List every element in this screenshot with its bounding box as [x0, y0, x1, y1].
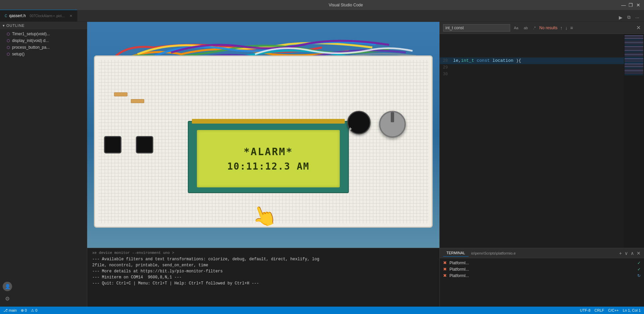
minimap-line-14	[625, 53, 643, 54]
outline-item-label-1: Timer1_setup(void)...	[12, 32, 50, 36]
avatar[interactable]: 👤	[3, 282, 12, 291]
minimap-line-3	[625, 38, 643, 39]
cursor-position[interactable]: Ln 1, Col 1	[623, 308, 641, 312]
prev-match-button[interactable]: ↑	[559, 25, 563, 31]
minimap-line-21	[625, 62, 643, 63]
terminal-cmd-text: xe device monitor --environment uno >	[92, 251, 174, 255]
maximize-button[interactable]: ❐	[629, 3, 633, 7]
code-text-highlighted: le,int_t const location ){	[453, 57, 521, 64]
next-match-button[interactable]: ↓	[565, 25, 568, 31]
platformio-item-2: ✖ PlatformI... ✓	[443, 267, 641, 272]
status-bar-right: UTF-8 CRLF C/C++ Ln 1, Col 1	[580, 308, 641, 312]
terminal-up-button[interactable]: ∧	[631, 251, 634, 256]
warning-count[interactable]: ⚠ 0	[31, 308, 37, 313]
outline-panel: ▾ OUTLINE ⬡ Timer1_setup(void)... ⬡ disp…	[0, 22, 87, 307]
button-1	[104, 136, 121, 153]
minimap-line-22	[625, 63, 643, 64]
search-input[interactable]	[443, 24, 510, 32]
close-button[interactable]: ✕	[636, 3, 641, 7]
buzzer	[347, 111, 372, 138]
pot-knob	[379, 111, 406, 138]
lcd-line1: *ALARM*	[244, 146, 293, 158]
minimap-line-12	[625, 50, 643, 51]
minimap-line-15	[625, 54, 643, 55]
code-editor: 28 le,int_t const location ){ 29 30	[440, 34, 644, 248]
platformio-icon-1: ✖	[443, 260, 447, 265]
minimap-line-10	[625, 47, 643, 48]
main-content: ▾ OUTLINE ⬡ Timer1_setup(void)... ⬡ disp…	[0, 22, 644, 307]
outline-item-label-2: display_init(void) d...	[12, 38, 49, 43]
outline-item-label-4: setup()	[12, 52, 24, 56]
titlebar: Visual Studio Code — ❐ ✕	[0, 0, 644, 10]
code-line-29: 29	[440, 64, 644, 71]
outline-item-icon-2: ⬡	[7, 39, 10, 43]
terminal-line-1: --- Available filters and text transform…	[92, 256, 434, 262]
terminal-command-header: xe device monitor --environment uno >	[92, 251, 434, 255]
platformio-label-3: PlatformI...	[449, 273, 469, 278]
minimap-line-28	[625, 72, 643, 73]
line-num-29: 29	[440, 64, 453, 71]
tab-breadcrumb: 007ClockAlarm • .pio\...	[30, 14, 65, 18]
terminal-chevron-button[interactable]: ∨	[625, 251, 628, 256]
outline-title: OUTLINE	[6, 24, 25, 28]
split-editor-button[interactable]: ⧉	[626, 13, 632, 21]
minimap-line-17	[625, 57, 643, 58]
add-terminal-button[interactable]: +	[619, 251, 622, 256]
tab-qassert[interactable]: C qassert.h 007ClockAlarm • .pio\... ✕	[0, 10, 77, 21]
platformio-check-2: ✓	[637, 267, 641, 272]
platformio-icon-3: ✖	[443, 273, 447, 278]
video-area: *ALARM* 10:11:12.3 AM	[87, 22, 439, 248]
whole-word-button[interactable]: ab	[522, 25, 529, 31]
minimize-button[interactable]: —	[621, 3, 626, 7]
code-line-highlighted: 28 le,int_t const location ){	[440, 57, 644, 64]
code-content: 28 le,int_t const location ){ 29 30	[440, 37, 644, 78]
terminal-tabs: TERMINAL io\penv\Scripts\platformio.e + …	[440, 248, 644, 258]
outline-item-icon-3: ⬡	[7, 45, 10, 50]
outline-item-icon-1: ⬡	[7, 32, 10, 36]
close-terminal-button[interactable]: ✕	[637, 251, 641, 256]
minimap-line-16	[625, 55, 643, 56]
outline-chevron-icon: ▾	[3, 24, 5, 28]
regex-button[interactable]: .*	[532, 25, 537, 31]
lcd-screen: *ALARM* 10:11:12.3 AM	[197, 130, 340, 187]
settings-icon[interactable]: ⚙	[3, 294, 12, 303]
platformio-item-1: ✖ PlatformI... ✓	[443, 260, 641, 265]
outline-item-setup[interactable]: ⬡ setup()	[0, 51, 87, 57]
tab-close-icon[interactable]: ✕	[69, 14, 72, 18]
platformio-icon-2: ✖	[443, 267, 447, 272]
search-options-button[interactable]: ≡	[570, 25, 574, 31]
tab-bar: C qassert.h 007ClockAlarm • .pio\... ✕ ▶…	[0, 10, 644, 22]
resistor-2	[131, 99, 144, 103]
minimap-line-7	[625, 43, 643, 44]
file-encoding[interactable]: UTF-8	[580, 308, 590, 312]
outline-items-list: ⬡ Timer1_setup(void)... ⬡ display_init(v…	[0, 29, 87, 278]
outline-item-display-init[interactable]: ⬡ display_init(void) d...	[0, 37, 87, 44]
minimap-line-2	[625, 37, 643, 38]
minimap-line-24	[625, 66, 643, 67]
run-button[interactable]: ▶	[618, 13, 624, 21]
outline-header[interactable]: ▾ OUTLINE	[0, 22, 87, 29]
minimap-line-5	[625, 41, 643, 42]
more-actions-button[interactable]: ···	[634, 13, 641, 21]
search-bar: Aa ab .* No results ↑ ↓ ≡ ✕	[440, 22, 644, 34]
language-mode[interactable]: C/C++	[608, 308, 619, 312]
terminal-tab-active[interactable]: TERMINAL	[443, 250, 469, 257]
outline-item-timer1[interactable]: ⬡ Timer1_setup(void)...	[0, 31, 87, 37]
match-case-button[interactable]: Aa	[512, 25, 520, 31]
line-ending[interactable]: CRLF	[594, 308, 604, 312]
git-branch[interactable]: ⎇ main	[3, 308, 17, 313]
video-pane: *ALARM* 10:11:12.3 AM	[87, 22, 439, 307]
close-search-button[interactable]: ✕	[636, 25, 641, 31]
platformio-loading-3: ↻	[637, 273, 641, 278]
right-terminal-panel: TERMINAL io\penv\Scripts\platformio.e + …	[440, 248, 644, 307]
terminal-line-3: --- More details at https://bit.ly/pio-m…	[92, 268, 434, 274]
terminal-path: io\penv\Scripts\platformio.e	[471, 251, 516, 255]
outline-item-process-button[interactable]: ⬡ process_button_pa...	[0, 44, 87, 51]
minimap-line-25	[625, 68, 643, 69]
minimap-line-8	[625, 45, 643, 46]
minimap-line-9	[625, 46, 643, 47]
minimap-line-6	[625, 42, 643, 43]
terminal-controls: + ∨ ∧ ✕	[619, 251, 641, 256]
error-count[interactable]: ⊗ 0	[21, 308, 27, 313]
pot-shaft	[391, 112, 394, 122]
